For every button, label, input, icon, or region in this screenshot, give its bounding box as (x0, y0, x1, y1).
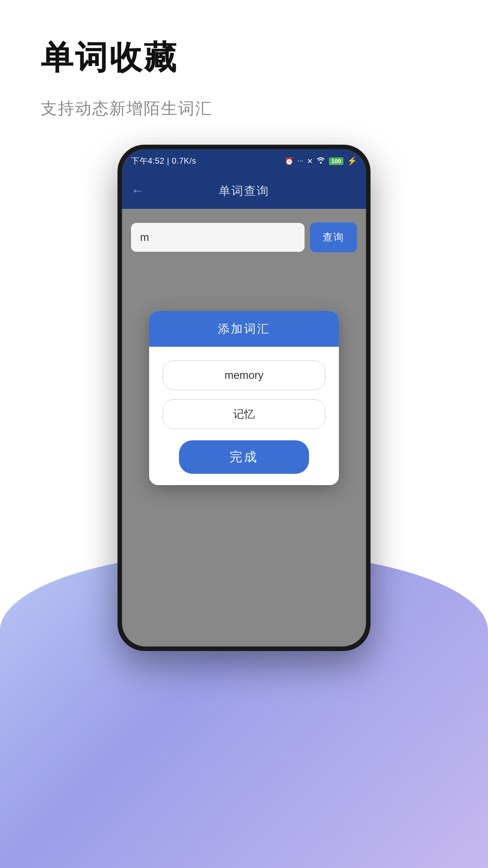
dialog-header: 添加词汇 (149, 311, 339, 347)
phone-frame: 下午4:52 | 0.7K/s ⏰ ··· ✕ 100 ⚡ (117, 145, 371, 651)
page-subtitle: 支持动态新增陌生词汇 (41, 98, 212, 120)
dialog-body: 完成 (149, 347, 339, 485)
dialog-overlay: 添加词汇 完成 (122, 149, 366, 646)
phone-mockup: 下午4:52 | 0.7K/s ⏰ ··· ✕ 100 ⚡ (117, 145, 371, 651)
dialog-header-text: 添加词汇 (218, 322, 270, 335)
confirm-button[interactable]: 完成 (179, 440, 309, 474)
phone-screen: 下午4:52 | 0.7K/s ⏰ ··· ✕ 100 ⚡ (122, 149, 366, 646)
page-title-area: 单词收藏 支持动态新增陌生词汇 (41, 36, 212, 120)
translation-input-field[interactable] (163, 399, 325, 429)
dialog-box: 添加词汇 完成 (149, 311, 339, 485)
phone-inner: 下午4:52 | 0.7K/s ⏰ ··· ✕ 100 ⚡ (122, 149, 366, 646)
page-title: 单词收藏 (41, 36, 212, 80)
word-input-field[interactable] (163, 360, 325, 390)
